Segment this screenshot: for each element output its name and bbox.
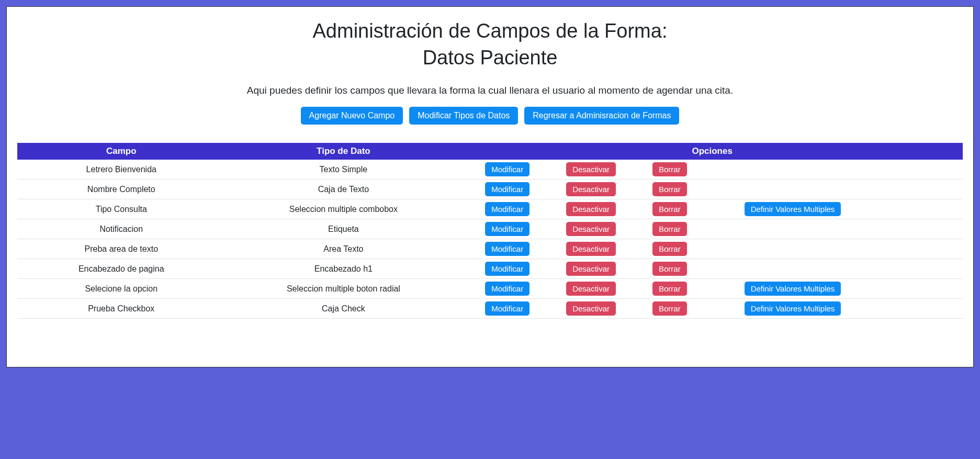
delete-button[interactable]: Borrar: [652, 182, 687, 196]
modify-button[interactable]: Modificar: [485, 242, 530, 256]
cell-campo: Preba area de texto: [17, 239, 226, 259]
deactivate-button[interactable]: Desactivar: [566, 301, 616, 316]
deactivate-button[interactable]: Desactivar: [566, 242, 616, 256]
header-campo: Campo: [17, 143, 226, 160]
deactivate-button[interactable]: Desactivar: [566, 202, 616, 216]
table-row: Selecione la opcionSeleccion multiple bo…: [17, 279, 963, 299]
table-row: Letrero BienvenidaTexto SimpleModificarD…: [17, 160, 963, 180]
cell-tipo: Encabezado h1: [226, 259, 462, 279]
add-field-button[interactable]: Agregar Nuevo Campo: [301, 107, 403, 125]
page-title-line2: Datos Paciente: [17, 47, 963, 69]
modify-button[interactable]: Modificar: [485, 282, 530, 296]
deactivate-button[interactable]: Desactivar: [566, 162, 616, 176]
deactivate-button[interactable]: Desactivar: [566, 282, 616, 296]
cell-campo: Notificacion: [17, 219, 226, 239]
modify-button[interactable]: Modificar: [485, 262, 530, 276]
define-multiples-button[interactable]: Definir Valores Multiples: [745, 301, 841, 316]
deactivate-button[interactable]: Desactivar: [566, 262, 616, 276]
header-opciones: Opciones: [461, 143, 963, 160]
cell-campo: Encabezado de pagina: [17, 259, 226, 279]
cell-opciones: ModificarDesactivarBorrarDefinir Valores…: [461, 299, 963, 319]
deactivate-button[interactable]: Desactivar: [566, 182, 616, 196]
cell-tipo: Area Texto: [226, 239, 462, 259]
page-description: Aqui puedes definir los campos que lleva…: [17, 85, 963, 96]
delete-button[interactable]: Borrar: [652, 282, 687, 296]
define-multiples-button[interactable]: Definir Valores Multiples: [745, 202, 841, 216]
modify-button[interactable]: Modificar: [485, 222, 530, 236]
cell-opciones: ModificarDesactivarBorrar: [461, 219, 963, 239]
delete-button[interactable]: Borrar: [652, 242, 687, 256]
cell-opciones: ModificarDesactivarBorrar: [461, 180, 963, 199]
table-row: Preba area de textoArea TextoModificarDe…: [17, 239, 963, 259]
cell-campo: Nombre Completo: [17, 180, 226, 199]
delete-button[interactable]: Borrar: [652, 162, 687, 176]
delete-button[interactable]: Borrar: [652, 262, 687, 276]
modify-types-button[interactable]: Modificar Tipos de Datos: [409, 107, 518, 125]
modify-button[interactable]: Modificar: [485, 182, 530, 196]
top-button-bar: Agregar Nuevo Campo Modificar Tipos de D…: [17, 107, 963, 125]
cell-campo: Selecione la opcion: [17, 279, 226, 299]
cell-campo: Tipo Consulta: [17, 199, 226, 219]
delete-button[interactable]: Borrar: [652, 202, 687, 216]
main-container: Administración de Campos de la Forma: Da…: [6, 6, 974, 367]
cell-campo: Prueba Checkbox: [17, 299, 226, 319]
table-row: NotificacionEtiquetaModificarDesactivarB…: [17, 219, 963, 239]
page-title-line1: Administración de Campos de la Forma:: [17, 20, 963, 42]
header-tipo: Tipo de Dato: [226, 143, 462, 160]
cell-opciones: ModificarDesactivarBorrarDefinir Valores…: [461, 199, 963, 219]
cell-tipo: Caja Check: [226, 299, 462, 319]
cell-tipo: Etiqueta: [226, 219, 462, 239]
cell-tipo: Seleccion multiple boton radial: [226, 279, 462, 299]
table-row: Encabezado de paginaEncabezado h1Modific…: [17, 259, 963, 279]
table-row: Tipo ConsultaSeleccion multiple combobox…: [17, 199, 963, 219]
cell-opciones: ModificarDesactivarBorrar: [461, 239, 963, 259]
table-row: Prueba CheckboxCaja CheckModificarDesact…: [17, 299, 963, 319]
cell-tipo: Texto Simple: [226, 160, 462, 180]
cell-campo: Letrero Bienvenida: [17, 160, 226, 180]
return-admin-button[interactable]: Regresar a Adminisracion de Formas: [524, 107, 679, 125]
cell-tipo: Caja de Texto: [226, 180, 462, 199]
cell-opciones: ModificarDesactivarBorrarDefinir Valores…: [461, 279, 963, 299]
modify-button[interactable]: Modificar: [485, 162, 530, 176]
header-section: Administración de Campos de la Forma: Da…: [17, 20, 963, 125]
fields-table: Campo Tipo de Dato Opciones Letrero Bien…: [17, 143, 963, 319]
deactivate-button[interactable]: Desactivar: [566, 222, 616, 236]
cell-tipo: Seleccion multiple combobox: [226, 199, 462, 219]
define-multiples-button[interactable]: Definir Valores Multiples: [745, 282, 841, 296]
modify-button[interactable]: Modificar: [485, 202, 530, 216]
delete-button[interactable]: Borrar: [652, 222, 687, 236]
cell-opciones: ModificarDesactivarBorrar: [461, 160, 963, 180]
delete-button[interactable]: Borrar: [652, 301, 687, 316]
table-row: Nombre CompletoCaja de TextoModificarDes…: [17, 180, 963, 199]
cell-opciones: ModificarDesactivarBorrar: [461, 259, 963, 279]
modify-button[interactable]: Modificar: [485, 301, 530, 316]
